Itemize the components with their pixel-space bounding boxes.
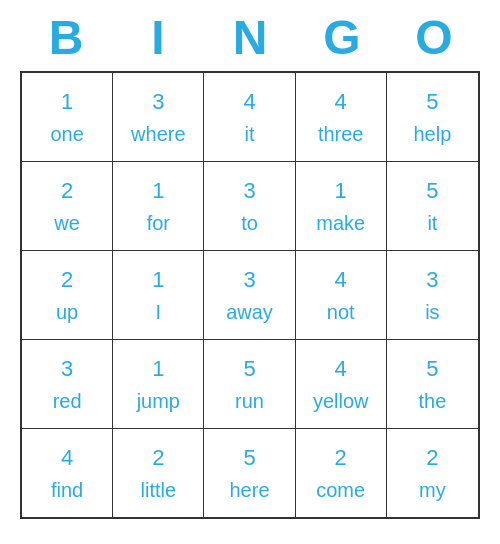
cell-number: 5	[426, 89, 438, 115]
cell-word: it	[245, 123, 255, 146]
cell-word: it	[427, 212, 437, 235]
bingo-letter-o: O	[390, 10, 478, 65]
cell-word: make	[316, 212, 365, 235]
bingo-cell: 3red	[22, 340, 113, 428]
bingo-cell: 1for	[113, 162, 204, 250]
bingo-cell: 3is	[387, 251, 478, 339]
bingo-cell: 3to	[204, 162, 295, 250]
bingo-cell: 5here	[204, 429, 295, 517]
cell-number: 3	[243, 267, 255, 293]
cell-number: 4	[335, 267, 347, 293]
cell-number: 1	[152, 356, 164, 382]
cell-word: I	[156, 301, 162, 324]
bingo-cell: 4three	[296, 73, 387, 161]
cell-number: 4	[335, 356, 347, 382]
bingo-cell: 2we	[22, 162, 113, 250]
bingo-cell: 2come	[296, 429, 387, 517]
cell-word: where	[131, 123, 185, 146]
cell-word: away	[226, 301, 273, 324]
bingo-row: 3red1jump5run4yellow5the	[22, 340, 478, 429]
bingo-header: BINGO	[20, 0, 480, 71]
cell-word: one	[50, 123, 83, 146]
bingo-row: 2we1for3to1make5it	[22, 162, 478, 251]
bingo-cell: 4find	[22, 429, 113, 517]
bingo-cell: 2little	[113, 429, 204, 517]
bingo-cell: 5help	[387, 73, 478, 161]
cell-word: help	[414, 123, 452, 146]
cell-word: come	[316, 479, 365, 502]
cell-word: yellow	[313, 390, 369, 413]
bingo-row: 4find2little5here2come2my	[22, 429, 478, 517]
bingo-cell: 5the	[387, 340, 478, 428]
cell-number: 1	[152, 267, 164, 293]
cell-word: my	[419, 479, 446, 502]
cell-word: up	[56, 301, 78, 324]
bingo-letter-n: N	[206, 10, 294, 65]
bingo-letter-b: B	[22, 10, 110, 65]
cell-number: 1	[152, 178, 164, 204]
cell-word: for	[147, 212, 170, 235]
bingo-cell: 2my	[387, 429, 478, 517]
bingo-cell: 5run	[204, 340, 295, 428]
cell-number: 3	[61, 356, 73, 382]
cell-word: little	[141, 479, 177, 502]
bingo-cell: 3away	[204, 251, 295, 339]
cell-number: 4	[335, 89, 347, 115]
cell-number: 5	[426, 356, 438, 382]
bingo-cell: 3where	[113, 73, 204, 161]
bingo-row: 2up1I3away4not3is	[22, 251, 478, 340]
cell-number: 2	[335, 445, 347, 471]
cell-word: three	[318, 123, 364, 146]
cell-word: to	[241, 212, 258, 235]
bingo-cell: 5it	[387, 162, 478, 250]
cell-number: 1	[335, 178, 347, 204]
cell-number: 2	[426, 445, 438, 471]
cell-word: find	[51, 479, 83, 502]
cell-number: 3	[243, 178, 255, 204]
cell-word: the	[419, 390, 447, 413]
bingo-cell: 1jump	[113, 340, 204, 428]
cell-number: 3	[152, 89, 164, 115]
bingo-cell: 1make	[296, 162, 387, 250]
cell-number: 5	[426, 178, 438, 204]
bingo-letter-i: I	[114, 10, 202, 65]
cell-word: jump	[137, 390, 180, 413]
cell-number: 5	[243, 445, 255, 471]
cell-number: 4	[243, 89, 255, 115]
bingo-cell: 2up	[22, 251, 113, 339]
cell-word: is	[425, 301, 439, 324]
cell-number: 4	[61, 445, 73, 471]
bingo-letter-g: G	[298, 10, 386, 65]
bingo-row: 1one3where4it4three5help	[22, 73, 478, 162]
cell-number: 2	[61, 178, 73, 204]
bingo-cell: 4yellow	[296, 340, 387, 428]
cell-word: we	[54, 212, 80, 235]
cell-word: red	[53, 390, 82, 413]
bingo-grid: 1one3where4it4three5help2we1for3to1make5…	[20, 71, 480, 519]
cell-word: run	[235, 390, 264, 413]
bingo-cell: 4it	[204, 73, 295, 161]
cell-word: not	[327, 301, 355, 324]
bingo-cell: 4not	[296, 251, 387, 339]
cell-word: here	[229, 479, 269, 502]
cell-number: 2	[152, 445, 164, 471]
cell-number: 1	[61, 89, 73, 115]
bingo-cell: 1I	[113, 251, 204, 339]
cell-number: 5	[243, 356, 255, 382]
cell-number: 3	[426, 267, 438, 293]
bingo-cell: 1one	[22, 73, 113, 161]
cell-number: 2	[61, 267, 73, 293]
